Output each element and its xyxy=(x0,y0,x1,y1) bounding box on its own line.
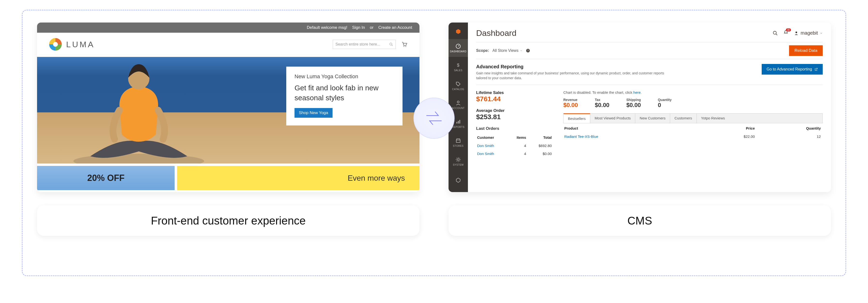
admin-titlebar: Dashboard 30 magebit xyxy=(476,28,823,38)
tab-yotporeviews[interactable]: Yotpo Reviews xyxy=(697,114,730,123)
promo-left[interactable]: 20% OFF xyxy=(37,166,175,190)
storefront-panel: Default welcome msg! Sign In or Create a… xyxy=(37,23,420,192)
search-icon xyxy=(389,42,393,46)
magento-logo-icon[interactable] xyxy=(448,25,468,38)
cart-icon[interactable] xyxy=(401,41,407,48)
user-menu[interactable]: magebit xyxy=(794,30,823,36)
sidebar-label: ACCOUNT xyxy=(452,107,465,110)
admin-panel: DASHBOARD $ SALES CATALOG ACCOUNT xyxy=(448,23,831,192)
kpi-value: $0.00 xyxy=(595,102,609,109)
svg-point-16 xyxy=(796,31,797,33)
lifetime-sales-value: $761.44 xyxy=(476,95,554,103)
help-icon[interactable]: ? xyxy=(526,49,530,53)
sidebar-item-sales[interactable]: $ SALES xyxy=(448,58,468,76)
tab-bestsellers[interactable]: Bestsellers xyxy=(564,113,590,123)
promo-row: 20% OFF Even more ways xyxy=(37,166,420,190)
search-icon[interactable] xyxy=(773,31,778,36)
admin-top-actions: 30 magebit xyxy=(773,30,823,36)
or-text: or xyxy=(370,25,373,30)
sidebar-label: REPORTS xyxy=(452,126,465,128)
admin-main: Dashboard 30 magebit xyxy=(468,23,831,192)
hero-card: New Luma Yoga Collection Get fit and loo… xyxy=(286,67,403,125)
svg-point-2 xyxy=(403,46,404,47)
go-to-advanced-reporting-button[interactable]: Go to Advanced Reporting xyxy=(762,64,823,74)
sidebar-item-catalog[interactable]: CATALOG xyxy=(448,77,468,95)
svg-point-0 xyxy=(390,43,392,45)
create-account-link[interactable]: Create an Account xyxy=(378,25,412,30)
panels-row: Default welcome msg! Sign In or Create a… xyxy=(37,23,831,192)
chart-disabled-message: Chart is disabled. To enable the chart, … xyxy=(563,90,823,94)
svg-point-14 xyxy=(773,31,776,34)
scope-row: Scope: All Store Views ? Reload Data xyxy=(476,42,823,59)
svg-line-7 xyxy=(458,45,459,46)
scope-label: Scope: xyxy=(476,49,489,53)
products-table: Product Price Quantity Radiant Tee-XS-Bl… xyxy=(563,123,823,141)
chevron-down-icon xyxy=(820,32,823,35)
swap-icon xyxy=(413,98,455,139)
hero-banner: New Luma Yoga Collection Get fit and loo… xyxy=(37,57,420,163)
svg-line-15 xyxy=(776,34,777,35)
page-title: Dashboard xyxy=(476,28,516,38)
table-row[interactable]: Don Smith 4 $0.00 xyxy=(476,150,553,157)
kpi-label: Quantity xyxy=(658,98,672,102)
brand-logo[interactable]: LUMA xyxy=(49,38,95,51)
cell-items: 4 xyxy=(508,150,528,157)
tab-customers[interactable]: Customers xyxy=(670,114,697,123)
advanced-reporting-desc: Gain new insights and take command of yo… xyxy=(476,71,675,81)
sidebar-item-partners[interactable] xyxy=(448,171,468,189)
cell-qty: 12 xyxy=(757,133,823,140)
cell-customer[interactable]: Don Smith xyxy=(477,144,494,148)
kpi-label: Shipping xyxy=(626,98,641,102)
sidebar-item-system[interactable]: SYSTEM xyxy=(448,152,468,170)
cell-total: $692.80 xyxy=(528,142,553,149)
sidebar-item-stores[interactable]: STORES xyxy=(448,133,468,151)
table-row[interactable]: Don Smith 4 $692.80 xyxy=(476,142,553,149)
label-frontend: Front-end customer experience xyxy=(37,205,420,236)
chevron-down-icon xyxy=(520,50,522,52)
cell-product[interactable]: Radiant Tee-XS-Blue xyxy=(564,134,598,139)
svg-point-3 xyxy=(405,46,406,47)
stats-row: Lifetime Sales $761.44 Average Order $25… xyxy=(476,85,823,158)
storefront-topbar: Default welcome msg! Sign In or Create a… xyxy=(37,23,420,33)
kpi-label: Revenue xyxy=(563,98,578,102)
storefront-header: LUMA Search entire store here... xyxy=(37,33,420,57)
signin-link[interactable]: Sign In xyxy=(352,25,365,30)
promo-right[interactable]: Even more ways xyxy=(177,166,420,190)
col-items: Items xyxy=(508,133,528,142)
chart-enable-link[interactable]: here xyxy=(633,90,641,94)
col-product: Product xyxy=(564,124,705,132)
welcome-msg: Default welcome msg! xyxy=(307,25,347,30)
scope-value: All Store Views xyxy=(492,49,518,53)
kpi-label: Tax xyxy=(595,98,609,102)
go-to-advanced-reporting-label: Go to Advanced Reporting xyxy=(767,67,812,71)
search-wrap: Search entire store here... xyxy=(333,40,407,49)
sidebar-label: DASHBOARD xyxy=(450,50,466,53)
hero-kicker: New Luma Yoga Collection xyxy=(294,73,394,80)
hero-cta-button[interactable]: Shop New Yoga xyxy=(294,108,333,118)
svg-rect-11 xyxy=(458,121,459,123)
cell-price: $22.00 xyxy=(705,133,756,140)
cell-customer[interactable]: Don Smith xyxy=(477,152,494,156)
svg-point-9 xyxy=(457,101,459,103)
tab-mostviewed[interactable]: Most Viewed Products xyxy=(590,114,635,123)
search-input[interactable]: Search entire store here... xyxy=(333,40,396,49)
last-orders-title: Last Orders xyxy=(476,126,554,131)
user-name: magebit xyxy=(801,30,818,36)
brand-logo-mark xyxy=(49,38,62,51)
table-row[interactable]: Radiant Tee-XS-Blue $22.00 12 xyxy=(564,133,822,140)
external-link-icon xyxy=(814,67,818,71)
sidebar-label: STORES xyxy=(453,145,464,147)
tab-newcustomers[interactable]: New Customers xyxy=(635,114,670,123)
col-customer: Customer xyxy=(476,133,508,142)
notifications-icon[interactable]: 30 xyxy=(783,30,788,36)
sidebar-label: SYSTEM xyxy=(453,163,464,166)
scope-select[interactable]: All Store Views xyxy=(492,49,522,53)
sidebar-label: SALES xyxy=(454,69,463,72)
advanced-reporting-row: Advanced Reporting Gain new insights and… xyxy=(476,59,823,85)
svg-text:$: $ xyxy=(457,63,460,67)
diagram-frame: Default welcome msg! Sign In or Create a… xyxy=(22,10,846,276)
reload-data-button[interactable]: Reload Data xyxy=(789,45,823,56)
notifications-count: 30 xyxy=(786,28,791,31)
sidebar-label: CATALOG xyxy=(452,88,464,91)
sidebar-item-dashboard[interactable]: DASHBOARD xyxy=(448,39,468,57)
